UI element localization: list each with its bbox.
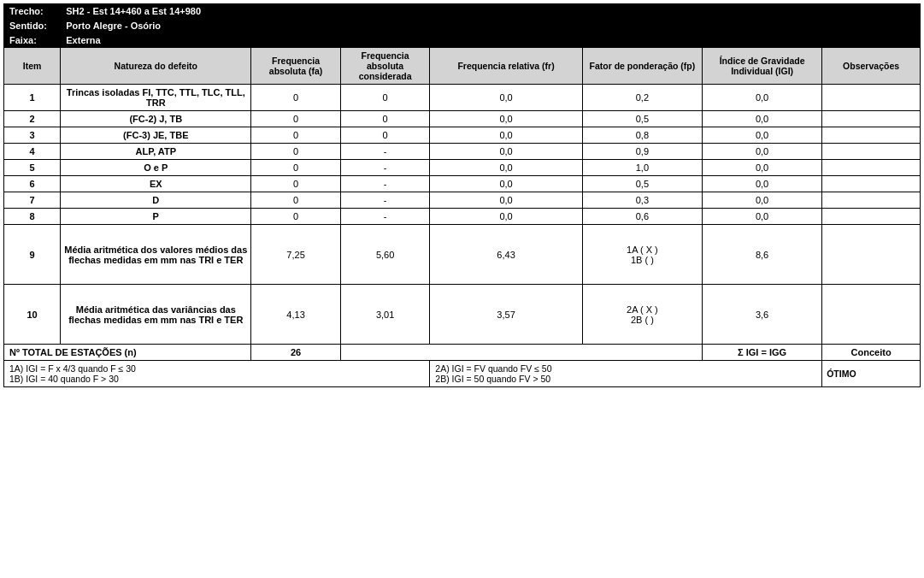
cell-fp: 0,6 <box>582 209 702 225</box>
table-row: 4 ALP, ATP 0 - 0,0 0,9 0,0 <box>4 144 921 160</box>
cell-igi: 3,6 <box>702 285 821 345</box>
cell-obs <box>822 176 921 192</box>
cell-igi: 0,0 <box>702 160 821 176</box>
cell-natureza: (FC-3) JE, TBE <box>61 127 251 144</box>
cell-item: 3 <box>4 127 61 144</box>
footer-row: 1A) IGI = F x 4/3 quando F ≤ 30 1B) IGI … <box>4 361 921 387</box>
table-row: 5 O e P 0 - 0,0 1,0 0,0 <box>4 160 921 176</box>
cell-fp: 0,5 <box>582 111 702 127</box>
cell-fac: - <box>340 144 430 160</box>
col-natureza: Natureza do defeito <box>61 48 251 85</box>
cell-fp: 1A ( X ) 1B ( ) <box>582 225 702 285</box>
cell-fp: 0,5 <box>582 176 702 192</box>
table-row: 3 (FC-3) JE, TBE 0 0 0,0 0,8 0,0 <box>4 127 921 144</box>
faixa-row: Faixa: Externa <box>4 33 921 48</box>
cell-fa: 7,25 <box>251 225 341 285</box>
footer-conceito: ÓTIMO <box>822 361 921 387</box>
footer-right: 2A) IGI = FV quando FV ≤ 50 2B) IGI = 50… <box>430 361 822 387</box>
col-igi: Índice de Gravidade Individual (IGI) <box>702 48 821 85</box>
total-label: Nº TOTAL DE ESTAÇÕES (n) <box>4 345 251 361</box>
cell-igi: 0,0 <box>702 192 821 209</box>
cell-igi: 0,0 <box>702 111 821 127</box>
footer-f1b: 1B) IGI = 40 quando F > 30 <box>9 374 424 384</box>
cell-item: 6 <box>4 176 61 192</box>
cell-fa: 0 <box>251 111 341 127</box>
cell-igi: 0,0 <box>702 176 821 192</box>
cell-item: 4 <box>4 144 61 160</box>
cell-fr: 0,0 <box>430 176 582 192</box>
cell-item: 10 <box>4 285 61 345</box>
cell-fa: 4,13 <box>251 285 341 345</box>
cell-item: 1 <box>4 85 61 111</box>
cell-natureza: Média aritmética dos valores médios das … <box>61 225 251 285</box>
cell-fa: 0 <box>251 209 341 225</box>
sentido-value: Porto Alegre - Osório <box>66 21 161 31</box>
cell-natureza: D <box>61 192 251 209</box>
main-table: Trecho: SH2 - Est 14+460 a Est 14+980 Se… <box>3 3 921 387</box>
total-sum-label: Σ IGI = IGG <box>702 345 821 361</box>
cell-item: 2 <box>4 111 61 127</box>
cell-fac: 0 <box>340 127 430 144</box>
cell-fac: - <box>340 209 430 225</box>
cell-natureza: ALP, ATP <box>61 144 251 160</box>
cell-fp: 0,3 <box>582 192 702 209</box>
cell-fa: 0 <box>251 160 341 176</box>
table-row: 7 D 0 - 0,0 0,3 0,0 <box>4 192 921 209</box>
cell-fp: 1,0 <box>582 160 702 176</box>
cell-fac: - <box>340 160 430 176</box>
table-row: 8 P 0 - 0,0 0,6 0,0 <box>4 209 921 225</box>
cell-fac: - <box>340 192 430 209</box>
col-fr: Frequencia relativa (fr) <box>430 48 582 85</box>
cell-item: 7 <box>4 192 61 209</box>
total-empty <box>340 345 702 361</box>
table-row: 1 Trincas isoladas FI, TTC, TTL, TLC, TL… <box>4 85 921 111</box>
cell-igi: 8,6 <box>702 225 821 285</box>
cell-fr: 0,0 <box>430 85 582 111</box>
cell-fr: 0,0 <box>430 209 582 225</box>
cell-item: 5 <box>4 160 61 176</box>
table-row: 6 EX 0 - 0,0 0,5 0,0 <box>4 176 921 192</box>
trecho-label: Trecho: <box>9 6 44 16</box>
table-row: 2 (FC-2) J, TB 0 0 0,0 0,5 0,0 <box>4 111 921 127</box>
faixa-label: Faixa: <box>9 35 37 45</box>
cell-fr: 0,0 <box>430 160 582 176</box>
cell-obs <box>822 285 921 345</box>
table-row: 10 Média aritmética das variâncias das f… <box>4 285 921 345</box>
cell-fac: - <box>340 176 430 192</box>
trecho-row: Trecho: SH2 - Est 14+460 a Est 14+980 <box>4 4 921 19</box>
total-sum-value: Conceito <box>822 345 921 361</box>
cell-natureza: (FC-2) J, TB <box>61 111 251 127</box>
cell-natureza: P <box>61 209 251 225</box>
cell-fa: 0 <box>251 85 341 111</box>
footer-left: 1A) IGI = F x 4/3 quando F ≤ 30 1B) IGI … <box>4 361 430 387</box>
cell-natureza: Média aritmética das variâncias das flec… <box>61 285 251 345</box>
cell-fa: 0 <box>251 144 341 160</box>
cell-fac: 3,01 <box>340 285 430 345</box>
footer-f2b: 2B) IGI = 50 quando FV > 50 <box>435 374 816 384</box>
cell-obs <box>822 85 921 111</box>
total-row: Nº TOTAL DE ESTAÇÕES (n) 26 Σ IGI = IGG … <box>4 345 921 361</box>
cell-obs <box>822 111 921 127</box>
page-wrapper: Trecho: SH2 - Est 14+460 a Est 14+980 Se… <box>0 0 924 391</box>
cell-fa: 0 <box>251 127 341 144</box>
faixa-value: Externa <box>66 35 100 45</box>
cell-obs <box>822 127 921 144</box>
cell-fr: 0,0 <box>430 127 582 144</box>
col-fp: Fator de ponderação (fp) <box>582 48 702 85</box>
sentido-label: Sentido: <box>9 21 47 31</box>
cell-fp: 0,8 <box>582 127 702 144</box>
cell-obs <box>822 209 921 225</box>
col-fac: Frequencia absoluta considerada <box>340 48 430 85</box>
trecho-value: SH2 - Est 14+460 a Est 14+980 <box>66 6 201 16</box>
cell-fac: 5,60 <box>340 225 430 285</box>
cell-fr: 3,57 <box>430 285 582 345</box>
cell-fp: 0,9 <box>582 144 702 160</box>
cell-natureza: EX <box>61 176 251 192</box>
cell-obs <box>822 144 921 160</box>
cell-fr: 0,0 <box>430 111 582 127</box>
cell-fa: 0 <box>251 192 341 209</box>
cell-natureza: Trincas isoladas FI, TTC, TTL, TLC, TLL,… <box>61 85 251 111</box>
cell-item: 9 <box>4 225 61 285</box>
cell-fr: 0,0 <box>430 144 582 160</box>
cell-obs <box>822 160 921 176</box>
